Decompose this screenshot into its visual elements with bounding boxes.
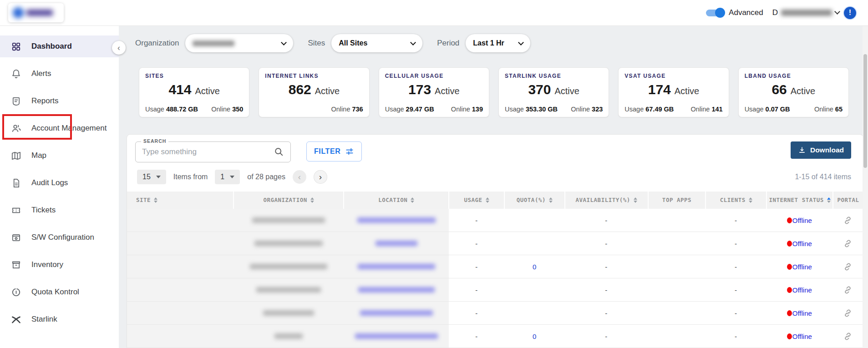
portal-link[interactable]: [832, 308, 863, 318]
filter-button[interactable]: FILTER: [306, 141, 362, 161]
sort-icon: [634, 197, 637, 203]
advanced-toggle[interactable]: [706, 10, 724, 16]
sidebar-item-alerts[interactable]: Alerts: [0, 63, 119, 85]
link-icon: [843, 239, 853, 248]
search-field-label: SEARCH: [141, 138, 168, 144]
logo-blurred-image: [13, 7, 53, 18]
online-stat: Online65: [814, 106, 843, 113]
table-row: - - - Offline: [127, 209, 863, 232]
column-header-clients[interactable]: CLIENTS: [705, 192, 766, 209]
quota-cell[interactable]: 0: [504, 263, 565, 271]
sort-icon-active: [827, 197, 831, 203]
column-header-site[interactable]: SITE: [127, 192, 233, 209]
organization-blurred: [250, 264, 327, 269]
page-size-select[interactable]: 15: [137, 170, 166, 184]
sort-icon: [749, 197, 752, 203]
search-icon: [274, 147, 284, 157]
sidebar-item-dashboard[interactable]: Dashboard: [0, 35, 119, 57]
portal-link[interactable]: [832, 285, 863, 295]
usage-stat: Usage488.72 GB: [145, 106, 198, 113]
sites-value: All Sites: [339, 39, 367, 47]
usage-stat: Usage29.47 GB: [385, 106, 434, 113]
internet-status-cell: Offline: [766, 240, 832, 247]
column-header-quota[interactable]: QUOTA(%): [504, 192, 564, 209]
column-header-organization[interactable]: ORGANIZATION: [233, 192, 344, 209]
bell-icon: [11, 69, 21, 79]
download-button[interactable]: Download: [791, 141, 851, 159]
blurred-cells: [127, 278, 449, 301]
internet-status-cell: Offline: [766, 217, 832, 224]
portal-link[interactable]: [832, 332, 863, 341]
page-select[interactable]: 1: [215, 170, 240, 184]
usage-stat: Usage67.49 GB: [624, 106, 674, 113]
quota-cell[interactable]: 0: [504, 333, 565, 340]
sidebar-item-quota-kontrol[interactable]: Quota Kontrol: [0, 281, 119, 303]
starlink-icon: [11, 314, 21, 325]
search-input[interactable]: [142, 147, 274, 156]
sort-icon: [486, 197, 489, 203]
prev-page-button[interactable]: ‹: [293, 170, 306, 184]
sidebar-item-inventory[interactable]: Inventory: [0, 254, 119, 276]
sidebar-item-reports[interactable]: Reports: [0, 90, 119, 112]
sort-icon: [549, 197, 553, 203]
organization-select[interactable]: [185, 34, 293, 52]
column-header-internet-status[interactable]: INTERNET STATUS: [766, 192, 832, 209]
sidebar-item-sw-configuration[interactable]: S/W Configuration: [0, 227, 119, 248]
stat-card-internet-links: INTERNET LINKS 862Active Online736: [259, 67, 369, 117]
of-pages-label: of 28 pages: [247, 173, 285, 181]
usage-cell: -: [449, 217, 504, 224]
table-row: - - - Offline: [127, 232, 863, 255]
next-page-button[interactable]: ›: [314, 170, 327, 184]
sidebar-item-map[interactable]: Map: [0, 145, 119, 166]
sort-icon: [411, 197, 414, 203]
page-scrollbar[interactable]: [863, 26, 868, 348]
column-header-availability[interactable]: AVAILABILITY(%): [564, 192, 648, 209]
availability-cell: -: [564, 263, 648, 271]
user-menu[interactable]: D: [772, 8, 839, 17]
notification-badge-icon[interactable]: !: [844, 7, 856, 19]
sidebar-label: Alerts: [31, 69, 51, 78]
sidebar-item-starlink[interactable]: Starlink: [0, 308, 119, 330]
availability-cell: -: [564, 309, 648, 317]
sites-select[interactable]: All Sites: [331, 34, 422, 52]
usage-cell: -: [449, 286, 504, 294]
column-header-portal[interactable]: PORTAL: [832, 192, 863, 209]
link-icon: [843, 285, 853, 295]
sidebar-label: Tickets: [31, 206, 56, 215]
active-suffix: Active: [195, 86, 219, 96]
column-header-usage[interactable]: USAGE: [448, 192, 504, 209]
blurred-cells: [127, 232, 449, 255]
sidebar-label: Reports: [31, 96, 59, 106]
organization-blurred: [263, 310, 314, 316]
organization-value-blurred: [193, 40, 234, 46]
internet-status-cell: Offline: [766, 309, 832, 317]
sidebar-collapse-button[interactable]: ‹: [112, 41, 126, 55]
portal-link[interactable]: [832, 216, 863, 225]
table-header: SITE ORGANIZATION LOCATION USAGE QUOTA(%…: [127, 192, 863, 209]
sidebar-item-account-management[interactable]: Account Management: [0, 117, 119, 139]
status-dot: [787, 287, 792, 293]
online-stat: Online736: [331, 106, 363, 113]
column-header-top-apps[interactable]: TOP APPS: [648, 192, 706, 209]
column-header-location[interactable]: LOCATION: [343, 192, 448, 209]
organization-blurred: [252, 217, 325, 223]
scrollbar-thumb[interactable]: [863, 54, 867, 168]
link-icon: [843, 308, 853, 318]
sidebar-item-audit-logs[interactable]: Audit Logs: [0, 172, 119, 194]
toggle-knob: [715, 8, 725, 18]
portal-link[interactable]: [832, 239, 863, 248]
table-row: - 0 - - Offline: [127, 255, 863, 278]
location-link-blurred: [357, 217, 436, 223]
online-stat: Online323: [571, 106, 603, 113]
period-select[interactable]: Last 1 Hr: [466, 34, 530, 52]
app-logo[interactable]: [8, 3, 64, 22]
active-count: 173: [408, 82, 431, 97]
sidebar-label: Quota Kontrol: [31, 287, 79, 297]
portal-link[interactable]: [832, 262, 863, 272]
stat-card-vsat-usage: VSAT USAGE 174Active Usage67.49 GB Onlin…: [618, 67, 729, 117]
clients-cell: -: [706, 286, 766, 294]
sidebar-item-tickets[interactable]: Tickets: [0, 199, 119, 221]
availability-cell: -: [564, 217, 648, 224]
stat-card-starlink-usage: STARLINK USAGE 370Active Usage353.30 GB …: [498, 67, 609, 117]
card-title: LBAND USAGE: [745, 73, 843, 79]
